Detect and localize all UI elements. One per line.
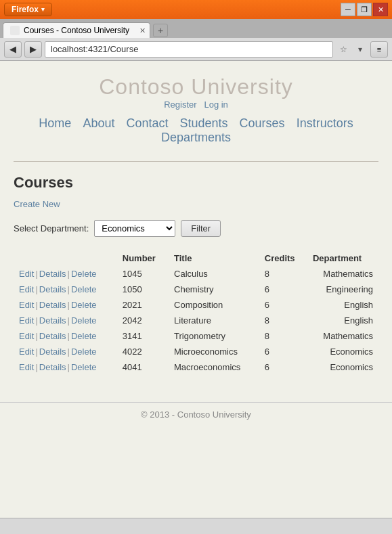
course-credits: 8 [259, 313, 307, 328]
tab-close-icon[interactable]: ✕ [139, 26, 146, 35]
course-credits: 6 [259, 359, 307, 375]
tabbar: Courses - Contoso University ✕ + [0, 19, 392, 38]
nav-contact[interactable]: Contact [126, 116, 168, 130]
site-footer: © 2013 - Contoso University [0, 402, 392, 426]
sep2: | [68, 362, 70, 372]
sep2: | [68, 300, 70, 310]
details-link[interactable]: Details [39, 300, 66, 310]
course-title: Trigonometry [169, 328, 259, 344]
course-title: Chemistry [169, 282, 259, 297]
edit-link[interactable]: Edit [19, 269, 34, 279]
forward-button[interactable]: ▶ [24, 41, 42, 58]
details-link[interactable]: Details [39, 315, 66, 326]
table-row: Edit|Details|Delete4041Macroeconomics6Ec… [14, 359, 378, 375]
top-nav: Register Log in [0, 99, 392, 110]
sep2: | [68, 315, 70, 326]
footer-text: © 2013 - Contoso University [141, 409, 251, 420]
nav-instructors[interactable]: Instructors [297, 116, 353, 130]
edit-link[interactable]: Edit [19, 315, 34, 326]
active-tab[interactable]: Courses - Contoso University ✕ [3, 22, 150, 38]
header-divider [14, 161, 378, 162]
nav-home[interactable]: Home [39, 116, 71, 130]
delete-link[interactable]: Delete [71, 362, 97, 372]
filter-button[interactable]: Filter [181, 220, 221, 237]
nav-departments[interactable]: Departments [161, 131, 231, 144]
row-actions: Edit|Details|Delete [14, 344, 117, 359]
details-link[interactable]: Details [39, 331, 66, 341]
delete-link[interactable]: Delete [71, 300, 97, 310]
edit-link[interactable]: Edit [19, 284, 34, 294]
course-credits: 6 [259, 282, 307, 297]
number-header: Number [117, 250, 169, 266]
address-bar[interactable]: localhost:4321/Course [45, 41, 333, 58]
course-number: 2042 [117, 313, 169, 328]
course-credits: 6 [259, 344, 307, 359]
firefox-menu-button[interactable]: Firefox ▾ [4, 3, 52, 16]
course-number: 1050 [117, 282, 169, 297]
course-number: 2021 [117, 297, 169, 313]
restore-button[interactable]: ❐ [357, 3, 372, 16]
row-actions: Edit|Details|Delete [14, 359, 117, 375]
sep1: | [35, 347, 37, 357]
courses-table: Number Title Credits Department Edit|Det… [14, 250, 378, 375]
details-link[interactable]: Details [39, 269, 66, 279]
dropdown-icon[interactable]: ▾ [353, 42, 368, 57]
sep1: | [35, 331, 37, 341]
register-link[interactable]: Register [164, 99, 196, 110]
course-credits: 8 [259, 328, 307, 344]
table-row: Edit|Details|Delete4022Microeconomics6Ec… [14, 344, 378, 359]
delete-link[interactable]: Delete [71, 284, 97, 294]
browser-menu-button[interactable]: ≡ [370, 41, 388, 58]
titlebar: Firefox ▾ ─ ❐ ✕ [0, 0, 392, 19]
star-icon[interactable]: ☆ [336, 42, 351, 57]
table-row: Edit|Details|Delete1050Chemistry6Enginee… [14, 282, 378, 297]
row-actions: Edit|Details|Delete [14, 266, 117, 282]
tab-favicon [10, 26, 20, 35]
delete-link[interactable]: Delete [71, 331, 97, 341]
create-new-link[interactable]: Create New [14, 199, 60, 209]
table-header: Number Title Credits Department [14, 250, 378, 266]
details-link[interactable]: Details [39, 347, 66, 357]
firefox-dropdown-icon: ▾ [41, 6, 45, 13]
department-select[interactable]: Economics All Engineering English Mathem… [94, 220, 175, 237]
nav-about[interactable]: About [83, 116, 114, 130]
new-tab-button[interactable]: + [153, 24, 168, 37]
course-title: Microeconomics [169, 344, 259, 359]
course-title: Literature [169, 313, 259, 328]
details-link[interactable]: Details [39, 284, 66, 294]
nav-students[interactable]: Students [180, 116, 228, 130]
close-button[interactable]: ✕ [373, 3, 388, 16]
sep1: | [35, 269, 37, 279]
department-header: Department [307, 250, 378, 266]
table-row: Edit|Details|Delete1045Calculus8Mathemat… [14, 266, 378, 282]
edit-link[interactable]: Edit [19, 331, 34, 341]
course-department: Mathematics [307, 266, 378, 282]
sep1: | [35, 362, 37, 372]
details-link[interactable]: Details [39, 362, 66, 372]
login-link[interactable]: Log in [204, 99, 227, 110]
nav-courses[interactable]: Courses [240, 116, 285, 130]
delete-link[interactable]: Delete [71, 347, 97, 357]
course-department: Engineering [307, 282, 378, 297]
back-button[interactable]: ◀ [4, 41, 22, 58]
window-controls: ─ ❐ ✕ [341, 3, 388, 16]
delete-link[interactable]: Delete [71, 269, 97, 279]
row-actions: Edit|Details|Delete [14, 297, 117, 313]
browser-content: Contoso University Register Log in Home … [0, 61, 392, 518]
minimize-button[interactable]: ─ [341, 3, 355, 16]
sep2: | [68, 284, 70, 294]
table-row: Edit|Details|Delete3141Trigonometry8Math… [14, 328, 378, 344]
filter-row: Select Department: Economics All Enginee… [14, 220, 378, 237]
courses-tbody: Edit|Details|Delete1045Calculus8Mathemat… [14, 266, 378, 375]
edit-link[interactable]: Edit [19, 300, 34, 310]
course-title: Calculus [169, 266, 259, 282]
edit-link[interactable]: Edit [19, 347, 34, 357]
credits-header: Credits [259, 250, 307, 266]
site-title: Contoso University [0, 74, 392, 99]
sep2: | [68, 347, 70, 357]
course-number: 1045 [117, 266, 169, 282]
edit-link[interactable]: Edit [19, 362, 34, 372]
delete-link[interactable]: Delete [71, 315, 97, 326]
site-header: Contoso University Register Log in Home … [0, 61, 392, 156]
title-header: Title [169, 250, 259, 266]
